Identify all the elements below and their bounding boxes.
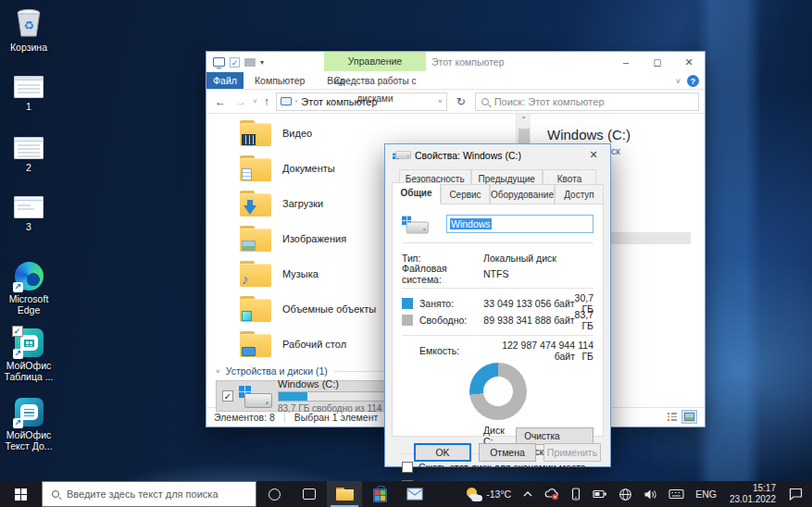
- tray-cloud-status[interactable]: [539, 488, 565, 501]
- ribbon-contextual-tab-manage[interactable]: Управление: [324, 52, 426, 71]
- explorer-window-title: Этот компьютер: [431, 52, 505, 72]
- close-icon[interactable]: ✕: [584, 149, 603, 161]
- computer-icon: [281, 97, 292, 105]
- folder-label: Видео: [282, 128, 312, 139]
- filesystem-value: NTFS: [483, 268, 508, 279]
- speaker-icon: [643, 488, 657, 501]
- taskbar-explorer-button[interactable]: [327, 481, 362, 507]
- taskbar-store-button[interactable]: [362, 481, 397, 507]
- explorer-titlebar: ✓ ▾ Управление Этот компьютер – ◻ ✕: [206, 52, 705, 72]
- help-icon[interactable]: ?: [687, 75, 699, 87]
- language-indicator[interactable]: ENG: [690, 488, 722, 500]
- scroll-up-icon[interactable]: ⌃: [517, 116, 531, 124]
- phone-icon: [570, 488, 581, 501]
- tab-file[interactable]: Файл: [206, 72, 244, 89]
- ok-button[interactable]: OK: [414, 443, 471, 462]
- free-color-swatch: [402, 315, 413, 326]
- windows-logo-icon: [15, 488, 27, 501]
- drive-free-text: 83,7 ГБ свободно из 114 ГБ: [278, 403, 395, 414]
- new-folder-icon[interactable]: [244, 58, 256, 67]
- computer-icon[interactable]: [213, 57, 225, 67]
- tray-volume[interactable]: [638, 488, 663, 501]
- taskbar-clock[interactable]: 15:17 23.01.2022: [722, 483, 783, 505]
- tray-network[interactable]: [613, 488, 638, 501]
- capacity-bytes: 122 987 474 944 байт: [481, 340, 575, 362]
- folder-label: Музыка: [282, 268, 319, 279]
- dialog-tab-strip: Безопасность Предыдущие версии Квота Общ…: [392, 169, 604, 204]
- window-thumbnail-icon: [14, 76, 44, 98]
- tab-hardware[interactable]: Оборудование: [490, 184, 555, 204]
- dialog-titlebar: Свойства: Windows (C:) ✕: [385, 144, 610, 166]
- tab-sharing[interactable]: Доступ: [555, 184, 604, 204]
- desktop-icon-recycle-bin[interactable]: ♻ Корзина: [0, 6, 57, 53]
- cancel-button[interactable]: Отмена: [479, 443, 536, 462]
- search-icon: [52, 490, 59, 498]
- forward-button[interactable]: →: [232, 95, 249, 108]
- expand-ribbon-chevron-icon[interactable]: ˅: [676, 77, 681, 86]
- desktop-icon-label: 1: [26, 101, 31, 112]
- collapse-chevron-icon: ˅: [216, 367, 220, 376]
- drive-name: Windows (C:): [278, 378, 395, 390]
- desktop-icon-myoffice-text[interactable]: ↗ МойОфис Текст До...: [0, 398, 57, 451]
- start-button[interactable]: [0, 481, 42, 507]
- ribbon-tabs: Файл Компьютер Вид Средства работы с дис…: [206, 72, 705, 90]
- weather-icon: [467, 488, 482, 501]
- monitor-glyph-icon: [242, 347, 256, 356]
- apply-button[interactable]: Применить: [543, 443, 601, 462]
- desktop-icon-edge[interactable]: ↗ Microsoft Edge: [0, 262, 57, 315]
- desktop-icon-myoffice-table[interactable]: ✓ ↗ МойОфис Таблица ...: [0, 328, 57, 382]
- tab-tools[interactable]: Сервис: [441, 184, 490, 204]
- navigation-bar: ← → ˅ ↑ › Этот компьютер ˅ ↻ Поиск: Этот…: [206, 90, 705, 114]
- explorer-search-input[interactable]: Поиск: Этот компьютер: [475, 93, 699, 111]
- desktop-icon-label: МойОфис Текст До...: [0, 429, 57, 451]
- qat-customize-chevron-icon[interactable]: ▾: [260, 58, 264, 67]
- weather-temperature: -13°C: [486, 488, 511, 500]
- drive-usage-bar: [278, 391, 387, 402]
- cortana-button[interactable]: [256, 481, 292, 507]
- taskbar: Введите здесь текст для поиска -13°C: [0, 481, 812, 507]
- taskbar-mail-button[interactable]: [397, 481, 432, 507]
- tray-power[interactable]: [587, 488, 613, 500]
- task-view-button[interactable]: [292, 481, 327, 507]
- task-view-icon: [303, 488, 316, 500]
- address-dropdown-chevron-icon[interactable]: ˅: [438, 97, 443, 105]
- disk-usage-donut-chart: [469, 363, 527, 420]
- refresh-button[interactable]: ↻: [451, 95, 471, 108]
- desktop-icon-doc3[interactable]: 3: [0, 196, 57, 232]
- notification-icon: [789, 488, 803, 501]
- details-view-button[interactable]: [664, 410, 680, 424]
- taskbar-search-input[interactable]: Введите здесь текст для поиска: [42, 481, 256, 507]
- up-button[interactable]: ↑: [261, 95, 272, 108]
- battery-icon: [593, 488, 607, 500]
- minimize-button[interactable]: –: [610, 52, 642, 72]
- tray-touch-keyboard[interactable]: [663, 488, 690, 500]
- close-button[interactable]: ✕: [673, 52, 705, 72]
- search-placeholder: Поиск: Этот компьютер: [494, 96, 605, 107]
- shortcut-arrow-icon: ↗: [13, 349, 23, 359]
- maximize-button[interactable]: ◻: [642, 52, 673, 72]
- tab-general[interactable]: Общие: [392, 182, 441, 204]
- capacity-size: 114 ГБ: [575, 340, 593, 362]
- tray-overflow-button[interactable]: [517, 489, 539, 499]
- recycle-bin-icon: ♻: [14, 6, 44, 39]
- back-button[interactable]: ←: [212, 95, 229, 108]
- tab-disk-tools[interactable]: Средства работы с дисками: [324, 72, 426, 107]
- recent-locations-chevron-icon[interactable]: ˅: [253, 97, 257, 105]
- desktop-icon-doc2[interactable]: 2: [0, 137, 57, 173]
- details-drive-name: Windows (C:): [547, 127, 705, 142]
- tab-computer[interactable]: Компьютер: [244, 72, 316, 89]
- tray-phone[interactable]: [565, 488, 587, 501]
- action-center-button[interactable]: [783, 488, 812, 501]
- properties-checkbox-icon[interactable]: ✓: [230, 57, 240, 68]
- selection-checkbox[interactable]: ✓: [222, 390, 233, 402]
- weather-tray-item[interactable]: -13°C: [461, 488, 517, 501]
- desktop-icon-doc1[interactable]: 1: [0, 76, 57, 112]
- desktop-icon-label: Microsoft Edge: [0, 293, 57, 315]
- film-glyph-icon: [242, 134, 256, 145]
- volume-label-input[interactable]: Windows: [446, 215, 593, 233]
- folder-label: Изображения: [282, 233, 346, 244]
- dialog-title: Свойства: Windows (C:): [415, 150, 521, 161]
- desktop-icon-label: МойОфис Таблица ...: [0, 360, 57, 382]
- thumbnail-view-button[interactable]: [681, 410, 697, 424]
- music-note-glyph-icon: ♪: [242, 273, 249, 286]
